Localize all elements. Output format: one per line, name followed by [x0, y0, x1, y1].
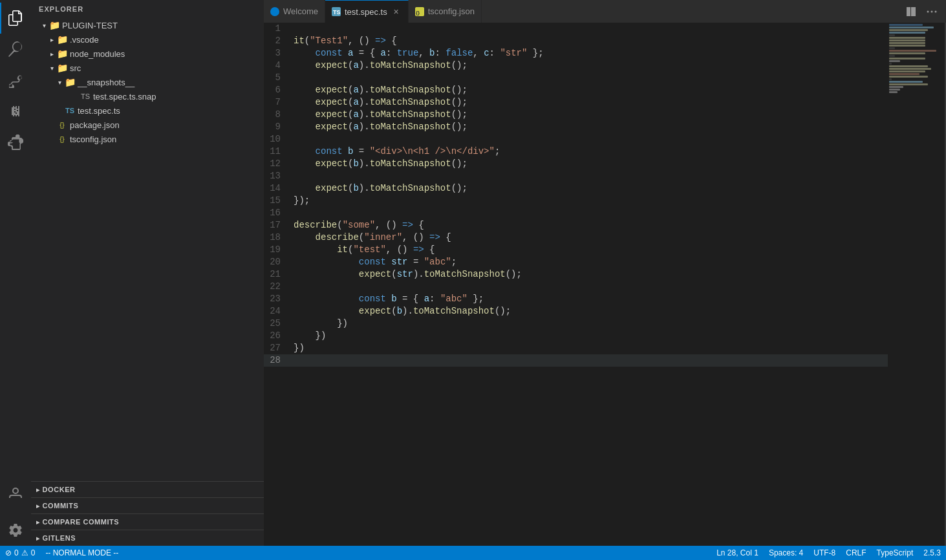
tree-arrow-snapshots: [54, 77, 65, 87]
activity-explorer[interactable]: [0, 3, 31, 34]
tab-tsconfig[interactable]: {} tsconfig.json: [409, 0, 482, 23]
tab-label-test-spec: test.spec.ts: [345, 7, 387, 17]
more-actions-button[interactable]: [923, 3, 941, 21]
file-tree: 📁 PLUGIN-TEST 📁 .vscode 📁 node_modules 📁…: [31, 18, 264, 481]
section-label-commits: COMMITS: [43, 502, 79, 510]
section-compare-commits: ▸ COMPARE COMMITS: [31, 513, 264, 530]
tree-item-package-json[interactable]: {} package.json: [31, 118, 264, 132]
tab-label-tsconfig: tsconfig.json: [428, 6, 475, 16]
status-encoding[interactable]: UTF-8: [808, 546, 841, 560]
svg-point-4: [927, 10, 929, 12]
status-spaces[interactable]: Spaces: 4: [764, 546, 808, 560]
code-line-6: 6 expect(a).toMatchSnapshot();: [264, 84, 888, 96]
section-header-commits[interactable]: ▸ COMMITS: [31, 498, 264, 513]
status-mode[interactable]: -- NORMAL MODE --: [40, 546, 124, 560]
status-warning-count: 0: [31, 548, 36, 557]
code-line-9: 9 expect(a).toMatchSnapshot();: [264, 121, 888, 133]
warning-icon: ⚠: [21, 548, 28, 557]
tree-item-test-spec[interactable]: TS test.spec.ts: [31, 103, 264, 118]
code-line-5: 5: [264, 72, 888, 84]
tab-test-spec[interactable]: TS test.spec.ts ×: [325, 0, 409, 23]
code-line-19: 19 it("test", () => {: [264, 244, 888, 256]
file-icon-snap: TS: [80, 91, 91, 102]
status-eol-text: CRLF: [846, 548, 866, 557]
sidebar: EXPLORER 📁 PLUGIN-TEST 📁 .vscode 📁 node_…: [31, 0, 264, 546]
section-arrow-compare: ▸: [36, 519, 40, 526]
tree-item-src[interactable]: 📁 src: [31, 61, 264, 75]
code-line-7: 7 expect(a).toMatchSnapshot();: [264, 96, 888, 109]
code-line-8: 8 expect(a).toMatchSnapshot();: [264, 109, 888, 121]
code-line-24: 24 expect(b).toMatchSnapshot();: [264, 305, 888, 318]
tree-arrow-vscode: [47, 34, 57, 45]
code-line-17: 17 describe("some", () => {: [264, 219, 888, 232]
folder-icon-vscode: 📁: [57, 34, 67, 45]
status-encoding-text: UTF-8: [813, 548, 835, 557]
status-bar: ⊘ 0 ⚠ 0 -- NORMAL MODE -- Ln 28, Col 1 S…: [0, 546, 946, 560]
sidebar-title: EXPLORER: [31, 0, 264, 18]
activity-settings[interactable]: [0, 515, 31, 546]
code-line-23: 23 const b = { a: "abc" };: [264, 293, 888, 305]
tree-item-vscode[interactable]: 📁 .vscode: [31, 32, 264, 47]
folder-icon-src: 📁: [57, 63, 67, 73]
status-mode-text: -- NORMAL MODE --: [45, 548, 118, 557]
main-area: Welcome TS test.spec.ts × {} tsconfig.js…: [264, 0, 946, 546]
code-line-15: 15 });: [264, 195, 888, 207]
split-editor-button[interactable]: [902, 3, 920, 21]
section-label-docker: DOCKER: [43, 486, 76, 493]
tree-item-snap-file[interactable]: TS test.spec.ts.snap: [31, 89, 264, 103]
tree-item-snapshots[interactable]: 📁 __snapshots__: [31, 75, 264, 89]
section-arrow-commits: ▸: [36, 502, 40, 510]
tab-welcome[interactable]: Welcome: [264, 0, 325, 23]
activity-search[interactable]: [0, 34, 31, 65]
tabs-bar: Welcome TS test.spec.ts × {} tsconfig.js…: [264, 0, 946, 23]
section-header-compare[interactable]: ▸ COMPARE COMMITS: [31, 514, 264, 530]
status-eol[interactable]: CRLF: [841, 546, 871, 560]
tree-root[interactable]: 📁 PLUGIN-TEST: [31, 18, 264, 32]
json-icon-tsconfig: {}: [415, 7, 424, 16]
status-version-text: 2.5.3: [923, 548, 941, 557]
editor-container: 1 2 it("Test1", () => { 3 const a = { a:…: [264, 23, 946, 546]
svg-text:{}: {}: [416, 10, 420, 16]
minimap-content: [888, 23, 946, 95]
status-right: Ln 28, Col 1 Spaces: 4 UTF-8 CRLF TypeSc…: [711, 546, 946, 560]
section-header-gitlens[interactable]: ▸ GITLENS: [31, 530, 264, 546]
activity-source-control[interactable]: [0, 65, 31, 96]
ts-icon: TS: [332, 7, 341, 16]
tab-close-test-spec[interactable]: ×: [391, 6, 402, 17]
code-line-14: 14 expect(b).toMatchSnapshot();: [264, 182, 888, 195]
code-line-3: 3 const a = { a: true, b: false, c: "str…: [264, 47, 888, 59]
code-line-13: 13: [264, 170, 888, 182]
activity-extensions[interactable]: [0, 127, 31, 158]
status-position[interactable]: Ln 28, Col 1: [711, 546, 764, 560]
code-line-12: 12 expect(b).toMatchSnapshot();: [264, 158, 888, 170]
file-icon-pkg: {}: [57, 120, 67, 130]
tree-label-src: src: [70, 63, 81, 73]
status-left: ⊘ 0 ⚠ 0 -- NORMAL MODE --: [0, 546, 124, 560]
activity-run[interactable]: [0, 96, 31, 127]
tree-label-vscode: .vscode: [70, 35, 99, 45]
tree-item-node-modules[interactable]: 📁 node_modules: [31, 47, 264, 61]
editor-content[interactable]: 1 2 it("Test1", () => { 3 const a = { a:…: [264, 23, 888, 546]
activity-bar: [0, 0, 31, 546]
activity-accounts[interactable]: [0, 479, 31, 510]
folder-icon-root: 📁: [49, 20, 59, 30]
status-language-text: TypeScript: [877, 548, 914, 557]
section-header-docker[interactable]: ▸ DOCKER: [31, 482, 264, 497]
code-line-4: 4 expect(a).toMatchSnapshot();: [264, 59, 888, 72]
tree-arrow-root: [39, 20, 49, 30]
code-line-21: 21 expect(str).toMatchSnapshot();: [264, 268, 888, 281]
tree-label-package-json: package.json: [70, 120, 120, 130]
code-line-28: 28: [264, 354, 888, 367]
section-gitlens: ▸ GITLENS: [31, 530, 264, 546]
tab-label-welcome: Welcome: [283, 6, 318, 16]
minimap: [888, 23, 946, 546]
status-version[interactable]: 2.5.3: [918, 546, 946, 560]
section-arrow-gitlens: ▸: [36, 535, 40, 542]
tree-label-tsconfig: tsconfig.json: [70, 135, 116, 144]
code-line-22: 22: [264, 281, 888, 293]
status-language[interactable]: TypeScript: [872, 546, 919, 560]
status-errors[interactable]: ⊘ 0 ⚠ 0: [0, 546, 40, 560]
tree-item-tsconfig[interactable]: {} tsconfig.json: [31, 132, 264, 146]
tree-arrow-src: [47, 63, 57, 73]
tree-arrow-node-modules: [47, 48, 57, 59]
